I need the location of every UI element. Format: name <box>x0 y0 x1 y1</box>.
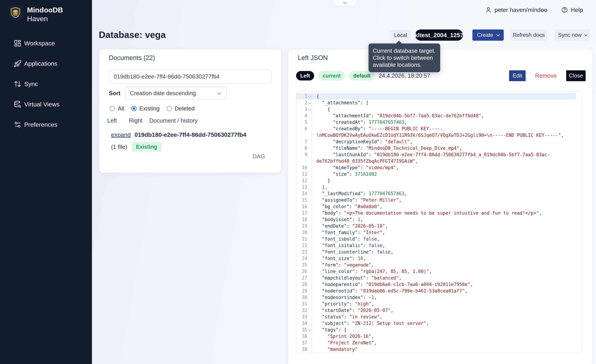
line-number: 29 <box>296 288 312 294</box>
line-number: 26 <box>296 268 312 275</box>
filter-radio-group: All Existing Deleted <box>110 105 195 112</box>
sidebar-item-preferences[interactable]: Preferences <box>0 120 92 130</box>
edit-button[interactable]: Edit <box>509 70 526 81</box>
documents-title: Documents (22) <box>109 54 155 62</box>
gutter-divider <box>312 91 312 353</box>
code-line: 30 "nodesortindex": -1, <box>296 294 581 301</box>
sidebar-item-label: Sync <box>24 80 38 87</box>
arrows-up-down-icon <box>14 80 22 88</box>
line-number: 17 <box>296 210 312 216</box>
column-history[interactable]: Document / history <box>149 117 198 124</box>
create-button[interactable]: Create <box>472 29 504 41</box>
code-line: 12 } <box>296 177 581 184</box>
sort-label: Sort <box>109 90 120 97</box>
code-line: 29 "noderootid": "019dab06-ed5c-799e-b46… <box>296 288 581 294</box>
code-line: 35 "tags": [ <box>296 327 581 333</box>
fold-caret-icon[interactable] <box>308 108 311 111</box>
code-line: 22 "font_isitalic": false, <box>296 242 581 249</box>
code-line: 26 "line_color": "rgba(247, 85, 85, 1.00… <box>296 268 581 275</box>
json-actions: Edit Remove Close <box>509 70 586 81</box>
sort-select[interactable]: Creation date descending <box>125 87 226 100</box>
line-number <box>296 158 312 164</box>
sidebar-item-virtual-views[interactable]: Virtual Views <box>0 99 92 109</box>
default-badge: default <box>349 71 375 80</box>
code-line: 16 "bg_color": "#a0a0a0", <box>296 204 581 210</box>
document-row[interactable]: expand 019db180-e2ee-7ff4-86dd-750630277… <box>111 131 246 138</box>
code-line: 34 "subject": "ZN-212: Setup test server… <box>296 320 581 327</box>
line-number: 3 <box>296 106 312 113</box>
chevron-down-icon <box>584 33 588 36</box>
fold-caret-icon[interactable] <box>308 95 311 98</box>
dag-link[interactable]: DAG <box>252 153 265 160</box>
help-button[interactable]: Help <box>561 5 583 14</box>
code-line: 15 "assignedTo": "Peter Miller", <box>296 197 581 204</box>
account-label: peter haven/mindoo <box>495 7 547 13</box>
help-circle-icon <box>561 7 568 13</box>
document-columns: Left Right Document / history <box>99 117 281 124</box>
line-number: 7 <box>296 138 312 145</box>
line-number: 15 <box>296 197 312 204</box>
filter-option-existing[interactable]: Existing <box>131 105 160 112</box>
radio-selected-icon <box>131 106 136 111</box>
remove-button[interactable]: Remove <box>534 72 558 79</box>
line-number: 8 <box>296 145 312 152</box>
line-number: 13 <box>296 184 312 190</box>
refresh-docs-button[interactable]: Refresh docs <box>510 29 547 41</box>
line-number: 1 <box>296 93 312 100</box>
code-line: 8 "fileName": "MindooDB_Technical_Deep_D… <box>296 145 581 152</box>
filter-option-deleted[interactable]: Deleted <box>167 105 195 112</box>
sidebar-item-applications[interactable]: Applications <box>0 58 92 69</box>
side-badge[interactable]: Left <box>296 71 314 80</box>
code-line: 38 "mandatory" <box>296 346 581 353</box>
filter-option-all[interactable]: All <box>110 105 124 112</box>
code-line: 1{ <box>296 93 576 100</box>
code-line: 13 ], <box>296 184 581 190</box>
sidebar-item-sync[interactable]: Sync <box>0 79 92 89</box>
line-number: 32 <box>296 307 312 314</box>
sidebar: MindooDB Haven Workspace Applicat <box>0 0 92 364</box>
column-left[interactable]: Left <box>107 117 117 124</box>
code-line: 37 "Project ZeroNet", <box>296 340 581 346</box>
sidebar-item-label: Virtual Views <box>24 101 60 108</box>
radio-icon <box>167 106 172 111</box>
line-number: 5 <box>296 119 312 125</box>
code-line: 2 "_attachments": [ <box>296 100 581 106</box>
code-line: 31 "priority": "high", <box>296 301 581 307</box>
documents-panel: Documents (22) Sort Creation date descen… <box>99 49 282 173</box>
sidebar-item-workspace[interactable]: Workspace <box>0 38 92 48</box>
local-target-button[interactable]: Local <box>390 30 411 40</box>
sidebar-item-label: Workspace <box>24 40 55 47</box>
database-search-icon <box>14 101 22 108</box>
fold-caret-icon[interactable] <box>308 328 311 331</box>
document-search-input[interactable] <box>109 70 271 84</box>
line-number: 4 <box>296 113 312 119</box>
page-title: Database: vega <box>99 29 166 40</box>
document-timestamp: 24.4.2026, 18:20:57 <box>379 73 430 79</box>
line-number: 16 <box>296 204 312 210</box>
line-number: 36 <box>296 333 312 340</box>
tooltip-caret <box>396 41 402 47</box>
column-right[interactable]: Right <box>129 117 142 124</box>
line-number: 19 <box>296 223 312 229</box>
help-label: Help <box>571 7 583 13</box>
json-code: 1{2 "_attachments": [3 {4 "attachmentId"… <box>296 91 582 353</box>
line-number: 12 <box>296 177 312 184</box>
fold-caret-icon[interactable] <box>308 101 311 104</box>
code-line: 24 "font_size": 16, <box>296 255 581 262</box>
sync-now-button[interactable]: Sync now <box>555 29 590 41</box>
code-line: 6 "createdBy": "-----BEGIN PUBLIC KEY---… <box>296 125 581 132</box>
code-line: 7 "decryptionKeyId": "default", <box>296 138 581 145</box>
target-tooltip: Current database target. Click to switch… <box>369 44 440 72</box>
line-number: 28 <box>296 281 312 288</box>
expand-link[interactable]: expand <box>111 131 131 138</box>
line-number: 39 <box>296 353 312 353</box>
json-panel-title: Left JSON <box>298 54 328 62</box>
sidebar-item-label: Preferences <box>24 121 57 128</box>
app-window: MindooDB Haven Workspace Applicat <box>0 0 596 364</box>
user-icon <box>485 7 492 13</box>
database-target-pill[interactable]: kltest_2004_1257 <box>415 29 463 41</box>
line-number: 33 <box>296 314 312 320</box>
collapse-header-button[interactable] <box>333 0 357 6</box>
account-menu[interactable]: peter haven/mindoo <box>485 5 547 14</box>
close-button[interactable]: Close <box>566 70 586 81</box>
